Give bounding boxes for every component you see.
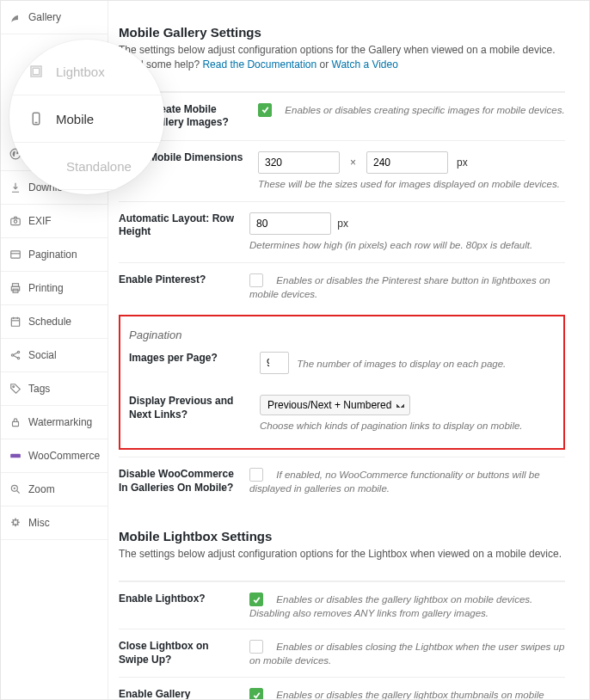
sidebar-item-social[interactable]: Social (1, 339, 108, 372)
checkbox-pinterest[interactable] (249, 273, 263, 287)
sidebar-item-label: Printing (28, 282, 64, 294)
unit-label: px (337, 218, 348, 230)
setting-display-links: Display Previous and Next Links? Previou… (129, 384, 555, 443)
sidebar-item-label: Schedule (28, 316, 71, 328)
svg-point-14 (17, 357, 19, 359)
zoom-icon (9, 483, 22, 495)
svg-point-17 (13, 386, 15, 388)
setting-help: Determines how high (in pixels) each row… (249, 238, 565, 252)
tag-icon (9, 383, 22, 395)
sidebar-item-gallery[interactable]: Gallery (1, 1, 108, 34)
read-docs-link[interactable]: Read the Documentation (202, 58, 317, 71)
checkbox-enable-lightbox[interactable] (249, 593, 263, 606)
setting-row-height: Automatic Layout: Row Height px Determin… (119, 201, 565, 262)
download-icon (9, 181, 22, 193)
zoom-item-label: Mobile (56, 112, 94, 126)
calendar-icon (9, 316, 22, 328)
images-per-page-input[interactable] (260, 352, 289, 374)
setting-label: Enable Pinterest? (119, 273, 239, 287)
setting-label: Disable WooCommerce In Galleries On Mobi… (119, 468, 239, 494)
zoom-item-mobile[interactable]: Mobile (9, 95, 164, 143)
sidebar-item-exif[interactable]: EXIF (1, 205, 108, 238)
setting-label: Enable Lightbox? (119, 593, 239, 606)
main-panel: Mobile Gallery Settings The settings bel… (108, 1, 589, 699)
sidebar-item-label: Zoom (28, 483, 55, 495)
width-input[interactable] (258, 151, 340, 174)
sidebar-item-label: EXIF (28, 215, 52, 227)
sidebar-item-woocommerce[interactable]: WooCommerce (1, 439, 108, 473)
checkbox-create-mobile[interactable] (258, 103, 272, 117)
sidebar-item-label: Watermarking (28, 416, 92, 428)
misc-icon (9, 517, 22, 529)
svg-rect-3 (11, 251, 21, 258)
svg-rect-8 (11, 318, 19, 326)
setting-create-mobile-images: Create Mobile Gallery Images? Enables or… (119, 92, 565, 140)
height-input[interactable] (366, 151, 448, 174)
sidebar-item-label: WooCommerce (28, 450, 100, 462)
zoom-item-label: Standalone (66, 159, 132, 174)
setting-enable-thumbnails: Enable Gallery Thumbnails? Enables or di… (119, 677, 565, 699)
zoom-item-label: Lightbox (56, 64, 105, 79)
sidebar-item-tags[interactable]: Tags (1, 372, 108, 406)
section-title: Mobile Lightbox Settings (119, 529, 565, 543)
sidebar-item-watermarking[interactable]: Watermarking (1, 406, 108, 439)
svg-line-21 (17, 491, 20, 494)
svg-rect-25 (33, 68, 40, 75)
camera-icon (9, 215, 22, 227)
unit-label: px (457, 157, 468, 169)
setting-help: Enables or disables creating specific im… (285, 105, 564, 115)
row-height-input[interactable] (249, 212, 331, 235)
setting-images-per-page: Images per Page? The number of images to… (129, 341, 555, 384)
setting-help: These will be the sizes used for images … (258, 177, 565, 191)
pagination-subheading: Pagination (129, 322, 555, 341)
zoom-lens: Lightbox Mobile Standalone (9, 40, 164, 194)
setting-help: The number of images to display on each … (297, 359, 506, 369)
setting-enable-pinterest: Enable Pinterest? Enables or disables th… (119, 262, 565, 310)
section-description: The settings below adjust configuration … (119, 547, 565, 562)
sidebar-item-label: Gallery (28, 11, 61, 23)
watch-video-link[interactable]: Watch a Video (332, 58, 398, 71)
setting-label: Enable Gallery Thumbnails? (119, 688, 239, 699)
svg-line-16 (14, 356, 18, 358)
checkbox-close-swipe[interactable] (249, 640, 263, 654)
section-description: The settings below adjust configuration … (119, 43, 565, 72)
setting-enable-lightbox: Enable Lightbox? Enables or disables the… (119, 581, 565, 629)
setting-close-swipe: Close Lightbox on Swipe Up? Enables or d… (119, 629, 565, 677)
sidebar-item-zoom[interactable]: Zoom (1, 473, 108, 507)
leaf-icon (9, 11, 22, 23)
setting-mobile-dimensions: Mobile Dimensions × px These will be the… (119, 140, 565, 201)
setting-help: Enables or disables closing the Lightbox… (249, 642, 564, 666)
sidebar-item-printing[interactable]: Printing (1, 272, 108, 305)
sidebar-item-schedule[interactable]: Schedule (1, 305, 108, 339)
svg-rect-1 (11, 218, 21, 225)
svg-point-12 (11, 354, 13, 356)
square-icon (28, 64, 44, 79)
checkbox-enable-thumbnails[interactable] (249, 688, 263, 699)
lock-icon (9, 416, 22, 428)
sidebar-item-pagination[interactable]: Pagination (1, 238, 108, 272)
pagination-highlight-box: Pagination Images per Page? The number o… (119, 315, 565, 450)
setting-label: Automatic Layout: Row Height (119, 212, 239, 239)
sidebar-item-label: Social (28, 349, 57, 361)
setting-help: Enables or disables the gallery lightbox… (249, 594, 532, 618)
phone-icon (28, 111, 44, 126)
sidebar-item-misc[interactable]: Misc (1, 507, 108, 540)
multiply-symbol: × (350, 157, 356, 169)
setting-help: If enabled, no WooCommerce functionality… (249, 470, 540, 494)
display-links-select[interactable]: Previous/Next + Numbered (260, 395, 410, 415)
svg-line-15 (14, 353, 18, 354)
svg-rect-18 (13, 421, 19, 426)
woo-icon (9, 450, 22, 462)
sidebar-item-label: Pagination (28, 249, 77, 261)
print-icon (9, 282, 22, 294)
pagination-icon (9, 249, 22, 261)
svg-point-13 (17, 351, 19, 353)
chevron-down-small-icon (39, 158, 54, 174)
checkbox-disable-woo[interactable] (249, 468, 263, 482)
setting-help: Choose which kinds of pagination links t… (260, 419, 555, 433)
section-title: Mobile Gallery Settings (119, 25, 565, 40)
setting-label: Display Previous and Next Links? (129, 395, 249, 421)
svg-point-2 (14, 220, 17, 224)
sidebar-item-label: Tags (28, 383, 50, 395)
setting-help: Enables or disables the gallery lightbox… (249, 690, 544, 699)
